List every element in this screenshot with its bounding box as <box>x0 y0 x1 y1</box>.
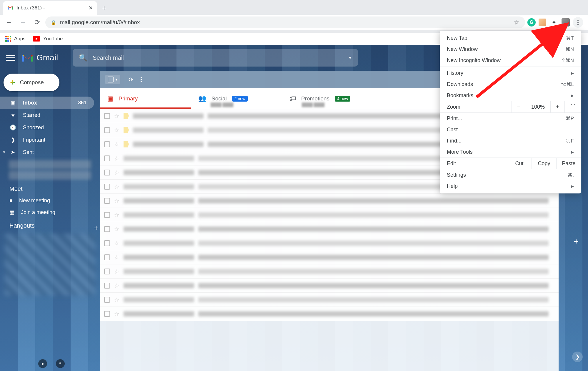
chrome-menu-button[interactable] <box>573 17 583 28</box>
mail-row[interactable]: ☆ <box>100 307 559 321</box>
menu-print[interactable]: Print...⌘P <box>440 113 581 124</box>
chevron-down-icon[interactable]: ▼ <box>115 78 118 81</box>
row-checkbox[interactable] <box>104 226 110 232</box>
mail-row[interactable]: ☆ <box>100 194 559 208</box>
close-icon[interactable]: ✕ <box>89 5 93 11</box>
hangouts-pill-icon[interactable]: ❝ <box>56 359 65 368</box>
sidebar-item-inbox[interactable]: ▣ Inbox 361 <box>0 97 94 109</box>
mail-row[interactable]: ☆ <box>100 250 559 264</box>
grammarly-extension-icon[interactable]: G <box>527 18 536 26</box>
star-icon[interactable]: ☆ <box>114 127 119 134</box>
mail-row[interactable]: ☆ <box>100 222 559 236</box>
row-checkbox[interactable] <box>104 254 110 260</box>
main-menu-icon[interactable] <box>6 55 15 61</box>
more-icon[interactable] <box>141 77 142 82</box>
mail-row[interactable]: ☆ <box>100 264 559 279</box>
extensions-puzzle-icon[interactable]: ✦ <box>549 18 559 27</box>
star-icon[interactable]: ☆ <box>114 226 119 233</box>
star-icon[interactable]: ☆ <box>114 240 119 247</box>
important-marker[interactable] <box>124 127 129 133</box>
row-checkbox[interactable] <box>104 127 110 133</box>
apps-bookmark[interactable]: Apps <box>5 36 26 42</box>
youtube-bookmark[interactable]: YouTube <box>33 36 63 42</box>
forward-button[interactable]: → <box>17 16 29 28</box>
menu-find[interactable]: Find...⌘F <box>440 135 581 146</box>
hangouts-add-icon[interactable]: + <box>94 224 98 232</box>
new-tab-button[interactable]: + <box>99 3 109 13</box>
star-icon[interactable]: ☆ <box>114 254 119 261</box>
menu-cut[interactable]: Cut <box>507 158 532 169</box>
select-all-checkbox[interactable]: ▼ <box>105 75 120 84</box>
row-checkbox[interactable] <box>104 141 110 147</box>
mail-row[interactable]: ☆ <box>100 293 559 307</box>
menu-settings[interactable]: Settings⌘, <box>440 169 581 180</box>
star-icon[interactable]: ☆ <box>114 183 119 190</box>
star-icon[interactable]: ☆ <box>514 19 520 26</box>
important-marker[interactable] <box>124 141 129 148</box>
menu-new-window[interactable]: New Window⌘N <box>440 44 581 55</box>
contacts-pill-icon[interactable]: ● <box>38 359 47 368</box>
gmail-logo[interactable]: Gmail <box>21 53 58 63</box>
reload-button[interactable]: ⟳ <box>31 16 43 28</box>
star-icon[interactable]: ☆ <box>114 141 119 148</box>
zoom-in-button[interactable]: + <box>550 101 564 112</box>
menu-help[interactable]: Help▶ <box>440 180 581 192</box>
menu-paste[interactable]: Paste <box>556 158 581 169</box>
row-checkbox[interactable] <box>104 311 110 317</box>
row-checkbox[interactable] <box>104 170 110 175</box>
search-input[interactable] <box>93 54 343 61</box>
compose-button[interactable]: + Compose <box>4 74 59 91</box>
star-icon[interactable]: ☆ <box>114 268 119 275</box>
addons-plus-icon[interactable]: + <box>570 236 582 247</box>
menu-bookmarks[interactable]: Bookmarks▶ <box>440 90 581 101</box>
new-meeting-button[interactable]: ■ New meeting <box>0 195 100 206</box>
chevron-down-icon[interactable]: ▼ <box>0 150 6 154</box>
menu-copy[interactable]: Copy <box>532 158 556 169</box>
tab-social[interactable]: 👥 Social 2 new ████ ████ <box>191 88 282 109</box>
row-checkbox[interactable] <box>104 184 110 190</box>
mail-row[interactable]: ☆ <box>100 208 559 222</box>
row-checkbox[interactable] <box>104 297 110 303</box>
tab-promotions[interactable]: 🏷 Promotions 4 new ████ ████ <box>282 88 374 109</box>
menu-new-incognito[interactable]: New Incognito Window⇧⌘N <box>440 55 581 66</box>
mail-row[interactable]: ☆ <box>100 236 559 250</box>
star-icon[interactable]: ☆ <box>114 310 119 317</box>
collapse-rail-icon[interactable]: ❯ <box>572 352 583 362</box>
menu-history[interactable]: History▶ <box>440 67 581 79</box>
row-checkbox[interactable] <box>104 269 110 274</box>
search-options-icon[interactable]: ▼ <box>348 55 352 60</box>
profile-avatar[interactable] <box>562 18 570 26</box>
row-checkbox[interactable] <box>104 212 110 218</box>
extension-icon[interactable] <box>539 19 546 26</box>
row-checkbox[interactable] <box>104 198 110 204</box>
mail-row[interactable]: ☆ <box>100 279 559 293</box>
row-checkbox[interactable] <box>104 283 110 289</box>
menu-cast[interactable]: Cast... <box>440 124 581 135</box>
star-icon[interactable]: ☆ <box>114 169 119 176</box>
row-checkbox[interactable] <box>104 155 110 161</box>
star-icon[interactable]: ☆ <box>114 282 119 289</box>
zoom-out-button[interactable]: − <box>512 101 526 112</box>
star-icon[interactable]: ☆ <box>114 211 119 218</box>
fullscreen-icon[interactable]: ⛶ <box>564 101 581 112</box>
row-checkbox[interactable] <box>104 240 110 246</box>
star-icon[interactable]: ☆ <box>114 112 119 120</box>
menu-more-tools[interactable]: More Tools▶ <box>440 146 581 158</box>
menu-downloads[interactable]: Downloads⌥⌘L <box>440 79 581 90</box>
menu-new-tab[interactable]: New Tab⌘T <box>440 32 581 44</box>
address-bar[interactable]: 🔒 mail.google.com/mail/u/0/#inbox ☆ <box>45 16 525 28</box>
search-box[interactable]: 🔍 ▼ <box>73 49 358 67</box>
sidebar-item-snoozed[interactable]: 🕘 Snoozed <box>0 121 94 134</box>
refresh-icon[interactable]: ⟳ <box>129 76 134 83</box>
sidebar-item-sent[interactable]: ➤ Sent <box>6 146 94 158</box>
sidebar-item-starred[interactable]: ★ Starred <box>0 109 94 121</box>
row-checkbox[interactable] <box>104 113 110 119</box>
browser-tab[interactable]: Inbox (361) - ✕ <box>3 1 97 15</box>
important-marker[interactable] <box>124 113 129 119</box>
star-icon[interactable]: ☆ <box>114 197 119 204</box>
star-icon[interactable]: ☆ <box>114 155 119 162</box>
tab-primary[interactable]: ▣ Primary <box>100 88 191 109</box>
back-button[interactable]: ← <box>3 16 15 28</box>
join-meeting-button[interactable]: ▦ Join a meeting <box>0 206 100 218</box>
sidebar-item-important[interactable]: ❱ Important <box>0 134 94 146</box>
